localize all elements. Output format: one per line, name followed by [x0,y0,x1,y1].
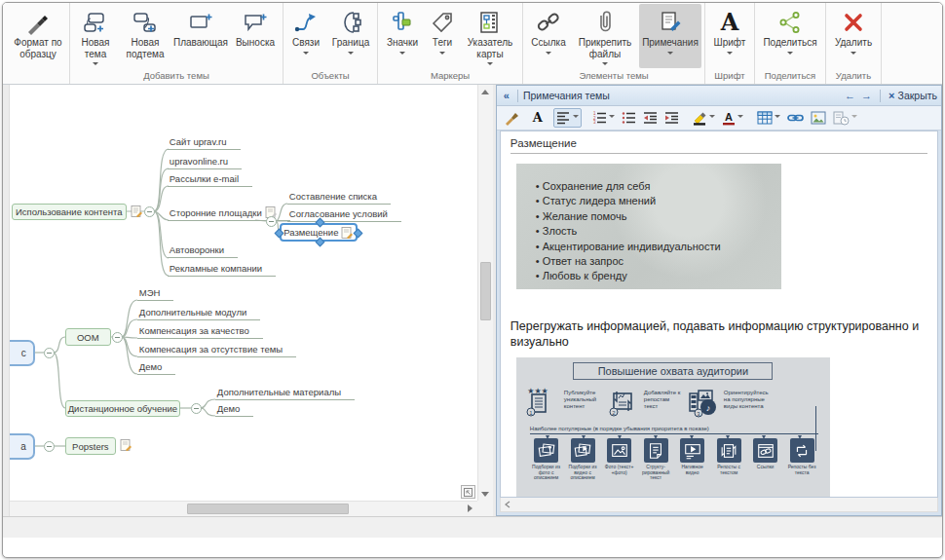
callout-button[interactable]: Выноска [231,4,280,68]
link-label: Ссылка [531,37,565,49]
vertical-scroll-thumb[interactable] [480,262,491,320]
floating-topic-icon [188,10,213,35]
font-dialog-button[interactable]: A [530,108,546,128]
scroll-left-arrow[interactable] [501,498,514,511]
status-bar [3,516,942,538]
topic-label: с [21,348,26,358]
note-infographic-image[interactable]: Повышение охвата аудитории ★★★1 Публикуй… [516,357,830,498]
app-window: Формат по образцу Новая тема Новая подте… [2,2,943,558]
topic-razmeshchenie-selected[interactable]: Размещение [280,223,358,242]
topic-label: Компенсация за качество [139,325,249,336]
attach-files-button[interactable]: Прикрепить файлы [573,4,637,68]
topic-demo-2[interactable]: Демо [215,403,254,417]
topic-label: Компенсация за отсутствие темы [139,344,283,355]
align-button[interactable] [553,108,582,128]
font-button[interactable]: A Шрифт [708,4,751,68]
group-label: Удалить [828,69,879,84]
topic-note-icon[interactable] [120,439,132,451]
map-vertical-scrollbar[interactable] [477,85,493,501]
collapse-toggle[interactable] [191,403,202,414]
collapse-toggle[interactable] [44,348,55,358]
tags-button[interactable]: Теги [426,4,459,68]
note-editor[interactable]: Размещение Сохранение для себя Статус ли… [500,131,938,498]
add-text-to-repost-icon: 2 [606,386,641,419]
topic-dop-materialy[interactable]: Дополнительные материалы [215,387,355,400]
topic-sait-uprav[interactable]: Сайт uprav.ru [168,136,241,150]
floating-topic-button[interactable]: Плавающая [172,4,229,68]
link-button[interactable]: Ссылка [526,4,571,68]
topic-men[interactable]: МЭН [137,287,174,301]
topic-demo-1[interactable]: Демо [137,361,176,375]
topic-label: Дополнительные модули [139,307,246,317]
format-brush-button[interactable] [501,108,522,128]
scroll-down-arrow[interactable] [478,487,492,501]
nav-forward-icon[interactable]: → [858,90,875,101]
notes-horizontal-scrollbar[interactable] [500,498,938,512]
callout-icon [243,10,268,35]
map-horizontal-scrollbar[interactable] [10,501,477,516]
increase-indent-button[interactable] [662,108,682,128]
topic-partial-bottom[interactable]: а [10,433,35,460]
topic-partial-top[interactable]: с [10,340,35,366]
highlight-button[interactable] [690,108,718,128]
tag-icon [430,10,455,35]
dropdown-caret [775,115,780,121]
topic-popsters[interactable]: Popsters [65,437,116,455]
topic-sostavlenie-spiska[interactable]: Составление списка [287,191,391,205]
boundary-button[interactable]: Граница [327,4,374,68]
new-topic-button[interactable]: Новая тема [73,4,118,68]
decrease-indent-button[interactable] [640,108,661,128]
numbered-list-button[interactable]: 123 [589,108,618,128]
close-panel-icon[interactable]: × [886,90,897,101]
insert-datetime-button[interactable] [830,108,860,128]
insert-link-button[interactable] [784,108,807,128]
icons-button[interactable]: Значки [381,4,424,68]
topic-ispolzovanie-kontenta[interactable]: Использование контента [12,204,127,220]
insert-table-button[interactable] [754,108,783,128]
scroll-up-arrow[interactable] [478,85,492,98]
slide-bullet-list: Сохранение для себя Статус лидера мнений… [536,179,775,284]
collapse-toggle[interactable] [144,206,155,217]
collapse-toggle[interactable] [266,216,277,227]
collapse-panel-icon[interactable]: « [501,90,512,101]
share-label: Поделиться [763,37,816,49]
infographic-caption: Наиболее популярные (в порядке убывания … [516,419,830,431]
insert-image-button[interactable] [808,108,829,128]
font-color-button[interactable]: A [719,108,746,128]
canvas-left-margin [3,85,10,516]
notes-button[interactable]: Примечания [639,4,701,68]
map-canvas[interactable]: Использование контента Сайт uprav.ru upr… [10,85,477,501]
collapse-toggle[interactable] [112,332,123,343]
horizontal-scroll-thumb[interactable] [187,504,349,514]
new-subtopic-button[interactable]: Новая подтема [120,4,170,68]
delete-button[interactable]: Удалить [829,4,878,68]
topic-avtovoronki[interactable]: Автоворонки [168,244,238,258]
topic-note-icon[interactable] [341,227,353,239]
format-painter-button[interactable]: Формат по образцу [10,4,66,68]
close-panel-label[interactable]: Закрыть [898,90,937,101]
map-index-button[interactable]: Указатель карты [461,4,519,68]
topic-kompensaciya-otsutstvie[interactable]: Компенсация за отсутствие темы [137,344,296,357]
topic-reklamnye-kompanii[interactable]: Рекламные компании [168,263,276,277]
nav-back-icon[interactable]: ← [842,90,858,101]
ribbon-group-share: Поделиться Поделиться [755,3,826,84]
topic-oom[interactable]: ООМ [65,328,111,346]
topic-label: Автоворонки [170,244,224,255]
scroll-right-arrow[interactable] [464,502,477,515]
topic-soglasovanie-uslovij[interactable]: Согласование условий [287,208,401,222]
note-slide-image[interactable]: Сохранение для себя Статус лидера мнений… [516,164,781,289]
relationships-button[interactable]: Связи [286,4,325,68]
share-button[interactable]: Поделиться [758,4,822,68]
fit-map-button[interactable] [461,485,475,499]
collapse-toggle[interactable] [44,441,55,452]
main-area: Использование контента Сайт uprav.ru upr… [3,85,942,516]
topic-kompensaciya-kachestvo[interactable]: Компенсация за качество [137,325,263,339]
ribbon-group-font: A Шрифт Шрифт [705,3,755,84]
topic-upravonline[interactable]: upravonline.ru [168,156,242,169]
topic-distancionnoe-obuchenie[interactable]: Дистанционное обучение [65,400,180,417]
topic-note-icon[interactable] [131,205,142,217]
topic-dop-moduli[interactable]: Дополнительные модули [137,307,260,320]
topic-rassylki-email[interactable]: Рассылки e-mail [168,173,252,187]
bullet-list-button[interactable] [619,108,639,128]
share-icon [777,10,803,35]
